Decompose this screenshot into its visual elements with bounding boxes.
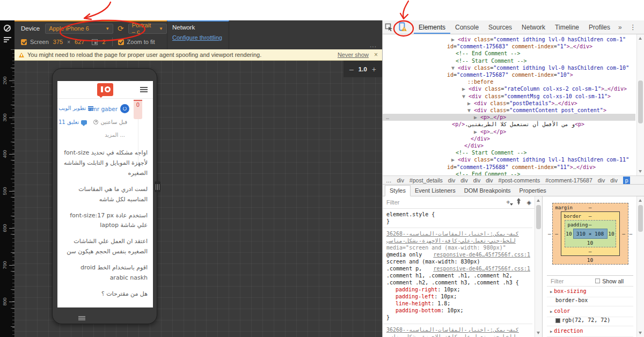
warning-close-icon[interactable]: × xyxy=(374,51,378,58)
side-tab-dom-breakpoints[interactable]: DOM Breakpoints xyxy=(460,186,515,196)
rule-source-link[interactable]: كيف-يمكن:-اختيار-المقاسات-المناسبه--3626… xyxy=(386,326,530,333)
screen-width-value[interactable]: 375 xyxy=(53,39,63,45)
zoom-to-fit-checkbox[interactable] xyxy=(118,39,124,45)
device-select[interactable]: Apple iPhone 6 ▼ xyxy=(45,24,113,34)
computed-property[interactable]: ▶color xyxy=(547,306,633,317)
css-selector[interactable]: .comment .h2, .comment h3, .comment .h3 … xyxy=(386,279,530,286)
category-label[interactable]: تطوير الويب xyxy=(58,105,86,111)
orientation-select[interactable]: Portrait – c ▼ xyxy=(128,24,167,34)
tab-elements[interactable]: Elements xyxy=(414,20,450,34)
tree-line[interactable]: ▼ <div class="commentContent post_conten… xyxy=(383,107,635,114)
breadcrumb-item[interactable]: div xyxy=(610,177,617,184)
block-requests-icon[interactable] xyxy=(4,25,11,32)
tree-line[interactable]: </div> xyxy=(383,135,635,142)
comments-count-label[interactable]: 11 تعليق xyxy=(58,119,79,125)
tree-line[interactable]: ▼ <div class="commentMsg col-xs-10 col-s… xyxy=(383,93,635,100)
configure-throttling-link[interactable]: Configure throttling xyxy=(172,34,222,41)
scroll-down-icon[interactable] xyxy=(639,332,642,334)
computed-filter-input[interactable]: Filter xyxy=(551,278,564,284)
toolbar-overflow-icon[interactable]: ... xyxy=(370,41,377,49)
css-property[interactable]: line-height: 1.8; xyxy=(386,300,530,307)
more-link[interactable]: المزيد ... xyxy=(105,132,125,138)
tree-line[interactable]: ▶ <div class="postDetails">…</div> xyxy=(383,100,635,107)
scroll-up-icon[interactable] xyxy=(639,199,642,202)
tree-line[interactable]: ▶ <div class="comment idthing lvl-0 hasC… xyxy=(383,36,635,50)
tab-network[interactable]: Network xyxy=(517,20,550,34)
site-logo-icon[interactable] xyxy=(97,83,113,96)
inspect-element-icon[interactable] xyxy=(383,21,396,34)
tree-line[interactable]: <!-- End Comment --> xyxy=(383,171,635,175)
new-style-rule-icon[interactable]: + xyxy=(506,200,510,205)
element-style-block[interactable]: element.style { } xyxy=(383,209,532,228)
scroll-down-icon[interactable] xyxy=(537,332,540,334)
breadcrumb-item[interactable]: p xyxy=(623,177,631,184)
scroll-up-icon[interactable] xyxy=(537,199,540,202)
computed-property[interactable]: ▶direction xyxy=(547,326,633,337)
tree-line[interactable]: <!-- End Comment --> xyxy=(383,50,635,57)
side-tab-styles[interactable]: Styles xyxy=(385,185,411,196)
breadcrumb-item[interactable]: div xyxy=(448,177,455,184)
tab-sources[interactable]: Sources xyxy=(484,20,517,34)
breadcrumb-item[interactable]: div xyxy=(598,177,605,184)
breadcrumb-item[interactable]: div xyxy=(460,177,467,184)
tab-console[interactable]: Console xyxy=(450,20,484,34)
tree-line[interactable]: ▶ <p>…</p> xyxy=(383,128,635,135)
tree-line[interactable]: <p>و من الأفضل أن تستعمل كلا الطريقتين.<… xyxy=(383,121,635,128)
metrics-scrollbar[interactable] xyxy=(636,196,644,337)
tree-line[interactable]: <!-- Start Comment --> xyxy=(383,149,635,156)
category-row[interactable]: تطوير الويب xyxy=(58,105,93,111)
viewport-resize-handle[interactable] xyxy=(155,181,160,192)
rule-source-link[interactable]: للخط-حتي-تعمل-علي-كافة-الاجهزة-بشكل-مناس… xyxy=(386,333,530,337)
css-property[interactable]: padding-right: 10px; xyxy=(386,286,530,293)
computed-style-icon[interactable]: ◈ xyxy=(527,199,531,206)
breadcrumb-item[interactable]: … xyxy=(386,177,392,184)
side-tab-event-listeners[interactable]: Event Listeners xyxy=(411,186,460,196)
breadcrumb-item[interactable]: div xyxy=(473,177,480,184)
devtools-close-icon[interactable]: × xyxy=(641,23,644,31)
hamburger-menu-icon[interactable] xyxy=(140,87,148,88)
tree-line[interactable]: <!-- Start Comment --> xyxy=(383,57,635,64)
screen-checkbox[interactable] xyxy=(21,39,27,45)
tab-timeline[interactable]: Timeline xyxy=(550,20,584,34)
elements-scrollbar[interactable] xyxy=(636,34,644,175)
breadcrumb-item[interactable]: div xyxy=(397,177,404,184)
scrollbar-thumb[interactable] xyxy=(536,205,541,229)
network-throttle-icon[interactable] xyxy=(4,37,11,43)
side-tab-properties[interactable]: Properties xyxy=(515,186,551,196)
refresh-icon[interactable]: ⟳ xyxy=(118,24,124,33)
tree-line[interactable]: ::before xyxy=(383,78,635,85)
scroll-up-icon[interactable] xyxy=(639,37,642,40)
never-show-link[interactable]: Never show xyxy=(338,52,369,58)
vote-count-badge[interactable]: 0 xyxy=(134,100,142,119)
comments-row[interactable]: 11 تعليق xyxy=(58,119,87,125)
breadcrumb-item[interactable]: div xyxy=(486,177,493,184)
css-property[interactable]: padding-left: 10px; xyxy=(386,293,530,300)
css-selector[interactable]: .comment p, xyxy=(386,265,422,272)
tree-line[interactable]: ▶ <div class="comment idthing lvl-1 hasC… xyxy=(383,156,635,170)
kebab-menu-icon[interactable]: ⋮ xyxy=(625,23,641,31)
styles-filter-input[interactable]: Filter xyxy=(386,199,506,206)
css-selector[interactable]: .comment h1, .comment .h1, .comment h2, xyxy=(386,272,530,279)
tab-profiles[interactable]: Profiles xyxy=(584,20,615,34)
breadcrumb-item[interactable]: #post_details xyxy=(409,177,443,184)
tree-line[interactable]: ▶ <div class="rateColumn col-xs-2 col-sm… xyxy=(383,85,635,92)
avatar[interactable] xyxy=(120,104,129,113)
rule-source-link[interactable]: كيف-يمكن:-اختيار-المقاسات-المناسبه--3626… xyxy=(386,230,530,237)
scroll-down-icon[interactable] xyxy=(639,170,642,173)
rule-source-link[interactable]: للخط-حتي-تعمل-علي-كافة-الاجهزة-بشكل-مناس… xyxy=(386,237,530,244)
toggle-element-state-icon[interactable] xyxy=(516,197,522,207)
device-mode-icon[interactable] xyxy=(396,21,408,34)
computed-property[interactable]: ▶box-sizing xyxy=(547,287,633,297)
styles-scrollbar[interactable] xyxy=(535,196,542,337)
show-all-checkbox[interactable] xyxy=(595,279,600,283)
breadcrumb-item[interactable]: #post-comments xyxy=(499,177,540,184)
css-file-link[interactable]: responsive-de46…45f7566f.css:1 xyxy=(433,265,530,272)
screen-height-value[interactable]: 627 xyxy=(75,39,84,45)
css-property[interactable]: padding-bottom: 10px; xyxy=(386,307,530,314)
author-row[interactable]: amr gaber xyxy=(88,104,129,113)
tree-line[interactable]: ▶ <p>…</p>… xyxy=(383,114,635,121)
tree-line[interactable]: ▼ <div class="comment idthing lvl-0 hasC… xyxy=(383,64,635,78)
element-style-selector[interactable]: element.style xyxy=(386,211,428,217)
scrollbar-thumb[interactable] xyxy=(638,80,643,123)
css-file-link[interactable]: responsive-de46…45f7566f.css:1 xyxy=(433,251,530,258)
